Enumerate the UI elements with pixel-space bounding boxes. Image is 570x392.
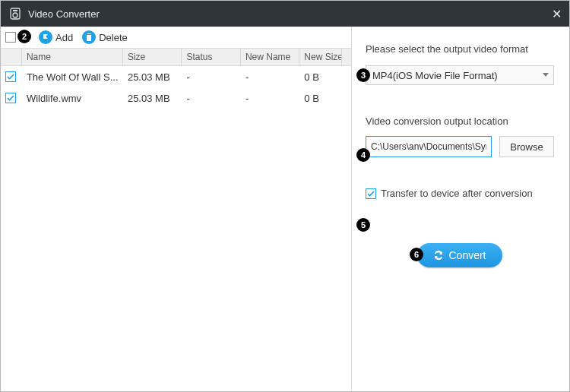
table-header: Name Size Status New Name New Size <box>1 48 351 66</box>
col-size[interactable]: Size <box>123 49 182 65</box>
table-row[interactable]: The Wolf Of Wall S...25.03 MB--0 B <box>1 66 351 87</box>
row-checkbox[interactable] <box>5 71 16 82</box>
browse-button[interactable]: Browse <box>499 136 554 157</box>
body: 2 Add Delete Name Size Sta <box>1 27 569 391</box>
col-newname[interactable]: New Name <box>241 49 299 65</box>
convert-button[interactable]: Convert <box>417 243 502 267</box>
col-newsize[interactable]: New Size <box>299 49 342 65</box>
delete-icon <box>82 30 96 44</box>
location-label: Video conversion output location <box>366 115 554 127</box>
toolbar: 2 Add Delete <box>1 27 351 48</box>
left-panel: 2 Add Delete Name Size Sta <box>1 27 352 391</box>
col-name[interactable]: Name <box>22 49 123 65</box>
cell-newname: - <box>241 71 299 83</box>
format-label: Please select the output video format <box>366 43 554 55</box>
cell-name: The Wolf Of Wall S... <box>22 71 123 83</box>
row-checkbox[interactable] <box>5 93 16 103</box>
delete-button[interactable]: Delete <box>82 30 128 44</box>
table-row[interactable]: Wildlife.wmv25.03 MB--0 B <box>1 87 351 109</box>
cell-status: - <box>182 71 240 83</box>
delete-label: Delete <box>99 32 128 43</box>
svg-point-1 <box>13 13 17 17</box>
chevron-down-icon <box>543 73 549 77</box>
cell-newsize: 0 B <box>299 71 342 83</box>
app-icon <box>8 7 22 21</box>
format-select[interactable]: MP4(iOS Movie File Format) <box>366 65 554 85</box>
convert-label: Convert <box>448 249 486 261</box>
window-title: Video Converter <box>28 8 552 20</box>
right-panel: Please select the output video format 3 … <box>352 27 569 391</box>
table-body: The Wolf Of Wall S...25.03 MB--0 BWildli… <box>1 66 351 391</box>
select-all-checkbox[interactable] <box>5 32 16 43</box>
cell-newsize: 0 B <box>299 93 342 104</box>
annotation-2: 2 <box>17 30 31 43</box>
svg-rect-2 <box>13 10 17 11</box>
cell-name: Wildlife.wmv <box>22 93 123 104</box>
window: Video Converter ✕ 2 Add Delete <box>0 0 570 392</box>
close-icon[interactable]: ✕ <box>552 7 562 21</box>
add-label: Add <box>55 32 73 43</box>
add-icon <box>39 30 52 44</box>
convert-icon <box>433 250 444 261</box>
cell-status: - <box>182 93 240 104</box>
col-status[interactable]: Status <box>182 49 240 65</box>
add-button[interactable]: Add <box>39 30 73 44</box>
titlebar: Video Converter ✕ <box>1 1 569 27</box>
cell-size: 25.03 MB <box>123 93 182 104</box>
location-input[interactable] <box>366 136 492 157</box>
format-value: MP4(iOS Movie File Format) <box>372 70 498 81</box>
transfer-checkbox[interactable] <box>366 188 376 199</box>
cell-size: 25.03 MB <box>123 71 182 83</box>
cell-newname: - <box>241 93 299 104</box>
annotation-5: 5 <box>356 218 370 232</box>
transfer-label: Transfer to device after conversion <box>381 188 533 199</box>
